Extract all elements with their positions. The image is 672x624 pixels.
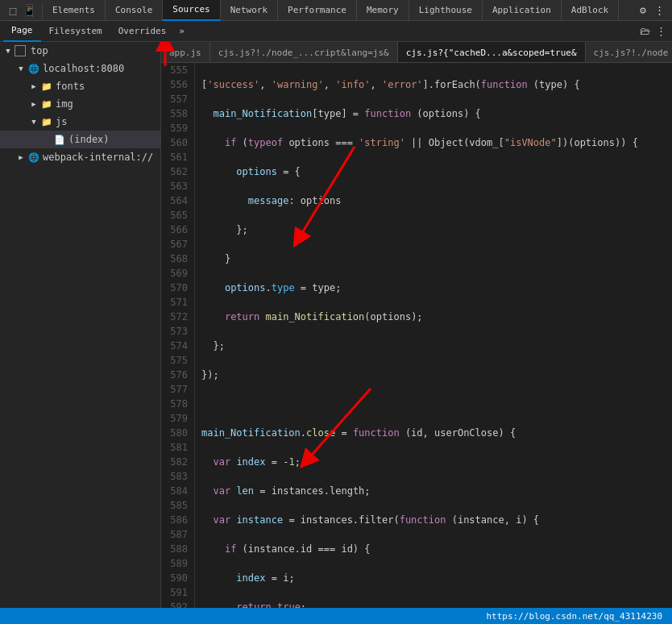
inspect-icon[interactable]: ⬚ — [5, 2, 21, 19]
tree-label-img: img — [53, 98, 73, 110]
tab-console[interactable]: Console — [106, 0, 163, 21]
tree-item-webpack[interactable]: 🌐 webpack-internal:// — [0, 148, 160, 166]
file-tab-cjs2[interactable]: cjs.js?{"cacheD...a&scoped=true& — [398, 42, 586, 63]
ln-580: 580 — [168, 426, 188, 440]
ln-575: 575 — [168, 353, 188, 368]
tree-arrow-top — [2, 44, 15, 57]
code-line-569: var len = instances.length; — [201, 484, 666, 498]
code-line-555: ['success', 'warning', 'info', 'error'].… — [201, 77, 666, 92]
tree-label-fonts: fonts — [53, 81, 85, 92]
domain-icon: 🌐 — [27, 62, 40, 75]
tab-sources[interactable]: Sources — [163, 0, 220, 21]
code-line-558: options = { — [201, 164, 666, 179]
device-icon[interactable]: 📱 — [21, 2, 37, 19]
file-tab-cjs3[interactable]: cjs.js?!./node — [586, 42, 672, 63]
tree-arrow-webpack — [15, 151, 27, 164]
ln-585: 585 — [168, 498, 188, 513]
ln-565: 565 — [168, 208, 188, 223]
ln-559: 559 — [168, 121, 188, 135]
tab-performance[interactable]: Performance — [278, 0, 357, 21]
code-line-560: }; — [201, 223, 666, 237]
ln-588: 588 — [168, 542, 188, 556]
file-tab-appjs[interactable]: app.js — [161, 42, 210, 63]
code-line-571: if (instance.id === id) { — [201, 542, 666, 556]
more-options-icon[interactable]: ⋮ — [653, 23, 669, 40]
ln-569: 569 — [168, 266, 188, 281]
code-line-556: main_Notification[type] = function (opti… — [201, 106, 666, 121]
file-tab-cjs1[interactable]: cjs.js?!./node_...cript&lang=js& — [210, 42, 398, 63]
ln-563: 563 — [168, 179, 188, 193]
tree-arrow-fonts — [27, 80, 40, 93]
code-line-563: return main_Notification(options); — [201, 310, 666, 324]
tree-item-localhost[interactable]: 🌐 localhost:8080 — [0, 60, 160, 77]
tree-item-index[interactable]: 📄 (index) — [0, 131, 160, 148]
settings-icon[interactable]: ⚙ — [635, 2, 651, 19]
tree-label-top: top — [28, 45, 48, 56]
sub-tab-filesystem[interactable]: Filesystem — [41, 21, 110, 42]
code-line-572: index = i; — [201, 571, 666, 585]
code-line-562: options.type = type; — [201, 281, 666, 295]
tree-arrow-localhost — [15, 62, 27, 75]
ln-560: 560 — [168, 135, 188, 150]
ln-579: 579 — [168, 411, 188, 426]
file-icon-index: 📄 — [53, 133, 66, 146]
tab-adblock[interactable]: AdBlock — [562, 0, 619, 21]
ln-574: 574 — [168, 339, 188, 353]
sub-tab-more[interactable]: » — [174, 26, 189, 36]
domain-icon-webpack: 🌐 — [27, 151, 40, 164]
code-line-567: main_Notification.close = function (id, … — [201, 426, 666, 440]
tab-lighthouse[interactable]: Lighthouse — [409, 0, 483, 21]
ln-567: 567 — [168, 237, 188, 252]
line-numbers: 555 556 557 558 559 560 561 562 563 564 … — [161, 63, 195, 624]
main-layout: top 🌐 localhost:8080 📁 fonts 📁 img 📁 js — [0, 42, 672, 624]
code-line-565: }); — [201, 368, 666, 382]
tab-application[interactable]: Application — [483, 0, 562, 21]
ln-582: 582 — [168, 455, 188, 469]
ln-566: 566 — [168, 223, 188, 237]
tab-elements[interactable]: Elements — [43, 0, 106, 21]
ln-578: 578 — [168, 397, 188, 411]
ln-572: 572 — [168, 310, 188, 324]
tree-arrow-img — [27, 98, 40, 110]
tree-arrow-js — [27, 115, 40, 128]
code-line-570: var instance = instances.filter(function… — [201, 513, 666, 527]
folder-icon-js: 📁 — [40, 115, 53, 128]
file-tabs: app.js cjs.js?!./node_...cript&lang=js& … — [161, 42, 672, 63]
ln-577: 577 — [168, 382, 188, 397]
editor-area: app.js cjs.js?!./node_...cript&lang=js& … — [161, 42, 672, 624]
ln-557: 557 — [168, 92, 188, 106]
folder-icon-img: 📁 — [40, 98, 53, 110]
tab-memory[interactable]: Memory — [357, 0, 409, 21]
sub-tab-overrides[interactable]: Overrides — [110, 21, 175, 42]
ln-568: 568 — [168, 252, 188, 266]
code-line-557: if (typeof options === 'string' || Objec… — [201, 135, 666, 150]
tree-item-js[interactable]: 📁 js — [0, 113, 160, 131]
tree-item-fonts[interactable]: 📁 fonts — [0, 77, 160, 95]
sub-tab-actions: 🗁 ⋮ — [637, 23, 669, 40]
ln-556: 556 — [168, 77, 188, 92]
sub-tab-page[interactable]: Page — [3, 21, 41, 42]
tab-network[interactable]: Network — [221, 0, 278, 21]
code-editor[interactable]: 555 556 557 558 559 560 561 562 563 564 … — [161, 63, 672, 624]
ln-571: 571 — [168, 295, 188, 310]
ln-583: 583 — [168, 469, 188, 484]
ln-564: 564 — [168, 193, 188, 208]
ln-590: 590 — [168, 571, 188, 585]
new-folder-icon[interactable]: 🗁 — [637, 23, 653, 40]
ln-562: 562 — [168, 164, 188, 179]
devtools-tabs: ⬚ 📱 Elements Console Sources Network Per… — [0, 0, 672, 21]
status-bar: https://blog.csdn.net/qq_43114230 — [0, 608, 672, 624]
more-icon[interactable]: ⋮ — [651, 2, 667, 19]
ln-581: 581 — [168, 440, 188, 455]
ln-586: 586 — [168, 513, 188, 527]
code-content[interactable]: ['success', 'warning', 'info', 'error'].… — [195, 63, 672, 624]
tree-label-webpack: webpack-internal:// — [40, 152, 153, 163]
tree-item-top[interactable]: top — [0, 42, 160, 60]
ln-555: 555 — [168, 63, 188, 77]
ln-561: 561 — [168, 150, 188, 164]
tree-item-img[interactable]: 📁 img — [0, 95, 160, 113]
ln-558: 558 — [168, 106, 188, 121]
tree-label-js: js — [53, 116, 67, 127]
sidebar-file-tree: top 🌐 localhost:8080 📁 fonts 📁 img 📁 js — [0, 42, 161, 624]
tree-label-index: (index) — [66, 134, 110, 145]
